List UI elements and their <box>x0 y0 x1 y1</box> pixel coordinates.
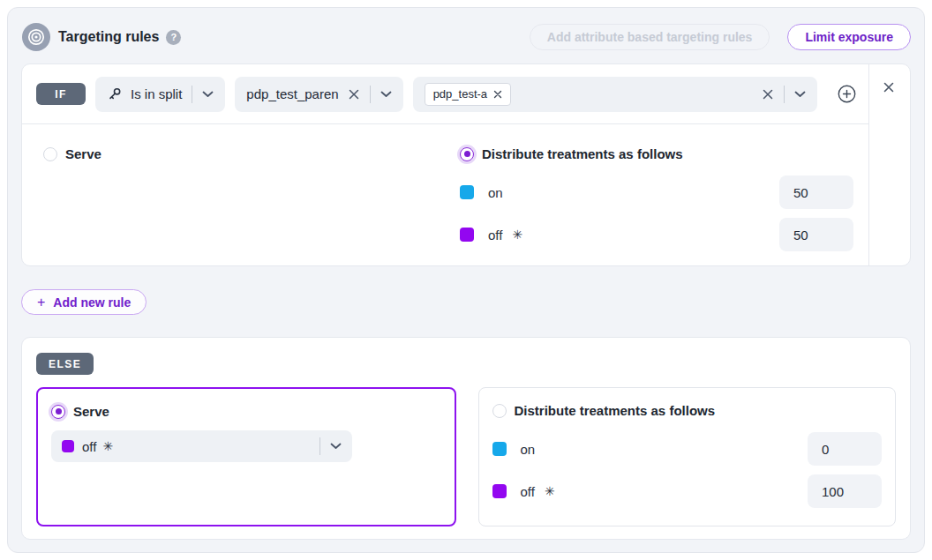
else-distribute-radio[interactable] <box>492 404 507 418</box>
chevron-down-icon[interactable] <box>330 443 342 450</box>
target-bullseye-icon <box>22 23 50 51</box>
selected-treatment-name: off <box>82 439 96 454</box>
divider <box>319 437 320 455</box>
split-select-value: pdp_test_paren <box>246 86 338 101</box>
else-distribute-label: Distribute treatments as follows <box>515 403 716 418</box>
else-serve-treatment-dropdown[interactable]: off ✳ <box>51 430 352 462</box>
else-distribute-panel[interactable]: Distribute treatments as follows on 0 of… <box>478 387 897 526</box>
treatment-row-off: off ✳ 50 <box>460 218 853 251</box>
matcher-dropdown[interactable]: Is in split <box>95 77 225 112</box>
add-new-rule-button[interactable]: + Add new rule <box>21 289 147 315</box>
key-icon <box>107 86 123 102</box>
matcher-label: Is in split <box>131 86 182 101</box>
treatment-percent-input[interactable]: 50 <box>779 175 853 209</box>
default-treatment-icon: ✳ <box>512 228 522 242</box>
else-rule-card: ELSE Serve off ✳ <box>21 337 911 540</box>
condition-row: IF Is in split pdp_test_par <box>22 64 868 124</box>
chevron-down-icon[interactable] <box>794 91 806 98</box>
treatment-name: on <box>488 185 503 200</box>
treatment-tag-chip[interactable]: pdp_test-a <box>425 83 511 106</box>
else-serve-panel[interactable]: Serve off ✳ <box>36 387 456 526</box>
if-badge: IF <box>36 83 86 105</box>
add-attribute-rules-button[interactable]: Add attribute based targeting rules <box>530 24 770 50</box>
else-distribute-option[interactable]: Distribute treatments as follows <box>492 403 883 418</box>
distribute-option[interactable]: Distribute treatments as follows <box>460 146 853 161</box>
treatment-row-off: off ✳ 100 <box>492 474 883 508</box>
rule-card-aside <box>868 64 910 265</box>
serve-option[interactable]: Serve <box>43 146 460 161</box>
treatment-name: off <box>488 228 502 243</box>
add-condition-icon[interactable] <box>838 85 856 103</box>
remove-tag-icon[interactable] <box>493 90 502 99</box>
serve-option-label: Serve <box>65 146 101 161</box>
treatment-row-on: on 0 <box>492 432 883 466</box>
page-title: Targeting rules <box>58 29 159 45</box>
chevron-down-icon[interactable] <box>380 91 392 98</box>
distribute-option-label: Distribute treatments as follows <box>482 146 683 161</box>
treatment-on-swatch <box>460 185 474 199</box>
serve-distribute-section: Serve Distribute treatments as follows o… <box>22 124 868 265</box>
delete-rule-icon[interactable] <box>883 81 897 95</box>
default-treatment-icon: ✳ <box>102 439 113 453</box>
if-rule-card: IF Is in split pdp_test_par <box>21 63 911 266</box>
plus-icon: + <box>37 295 45 310</box>
treatment-off-swatch <box>460 228 474 242</box>
treatment-percent-input[interactable]: 50 <box>779 218 853 251</box>
divider <box>370 86 371 103</box>
treatment-percent-input[interactable]: 0 <box>808 432 882 466</box>
treatment-tag-label: pdp_test-a <box>433 87 487 101</box>
serve-radio[interactable] <box>43 147 57 161</box>
treatment-off-swatch <box>492 484 507 498</box>
treatment-multiselect[interactable]: pdp_test-a <box>413 77 817 112</box>
treatment-percent-input[interactable]: 100 <box>808 474 882 508</box>
else-serve-option[interactable]: Serve <box>51 404 441 419</box>
help-icon[interactable]: ? <box>166 30 181 45</box>
else-serve-label: Serve <box>73 404 109 419</box>
split-select-dropdown[interactable]: pdp_test_paren <box>235 77 402 112</box>
distribute-radio-selected[interactable] <box>460 147 474 161</box>
limit-exposure-button[interactable]: Limit exposure <box>787 24 911 50</box>
divider <box>784 86 785 103</box>
targeting-rules-panel: Targeting rules ? Add attribute based ta… <box>7 7 925 553</box>
add-new-rule-label: Add new rule <box>53 295 131 310</box>
treatment-row-on: on 50 <box>460 175 853 209</box>
treatment-on-swatch <box>492 442 507 456</box>
treatment-name: off <box>521 484 535 499</box>
divider <box>192 86 192 103</box>
else-serve-radio-selected[interactable] <box>51 405 65 419</box>
treatment-name: on <box>521 442 536 457</box>
else-badge: ELSE <box>36 353 94 375</box>
default-treatment-icon: ✳ <box>545 484 555 498</box>
chevron-down-icon[interactable] <box>202 91 214 98</box>
clear-split-icon[interactable] <box>348 88 360 101</box>
treatment-off-swatch <box>62 440 74 452</box>
panel-header: Targeting rules ? Add attribute based ta… <box>8 8 924 51</box>
clear-treatments-icon[interactable] <box>762 88 774 101</box>
